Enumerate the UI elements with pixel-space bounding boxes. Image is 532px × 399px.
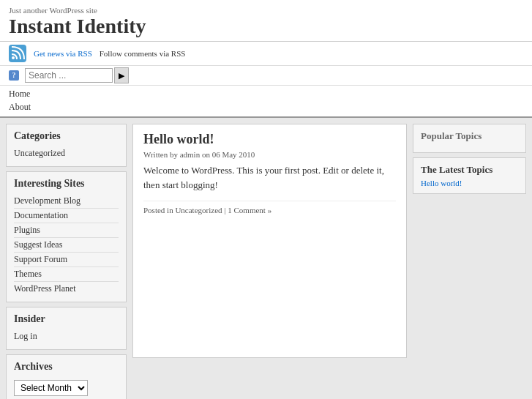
- list-item: Support Forum: [14, 253, 119, 267]
- list-item: Documentation: [14, 209, 119, 223]
- site-title: Instant Identity: [9, 15, 523, 38]
- categories-list: Uncategorized: [14, 146, 119, 160]
- site-link-suggest[interactable]: Suggest Ideas: [14, 239, 62, 250]
- svg-point-1: [12, 56, 15, 59]
- insider-title: Insider: [14, 313, 119, 325]
- list-item: WordPress Planet: [14, 282, 119, 296]
- site-link-support[interactable]: Support Forum: [14, 254, 67, 264]
- site-link-docs[interactable]: Documentation: [14, 210, 68, 220]
- posted-in-label: Posted in: [143, 206, 173, 215]
- categories-title: Categories: [14, 130, 119, 142]
- list-item: Themes: [14, 267, 119, 282]
- site-link-devblog[interactable]: Development Blog: [14, 195, 80, 206]
- category-link-uncategorized[interactable]: Uncategorized: [14, 148, 65, 158]
- archives-title: Archives: [14, 361, 119, 373]
- list-item: Log in: [14, 329, 119, 343]
- help-button[interactable]: ?: [9, 70, 19, 81]
- latest-topics-item: Hello world!: [421, 179, 518, 187]
- archives-select[interactable]: Select Month: [14, 380, 88, 396]
- nav-home-link[interactable]: Home: [9, 87, 523, 100]
- nav-search-bar: ? ▶: [0, 66, 532, 86]
- login-link[interactable]: Log in: [14, 331, 37, 341]
- post-category-link[interactable]: Uncategorized: [175, 206, 222, 215]
- rss-icon: [9, 45, 26, 62]
- rss-news-link[interactable]: Get news via RSS: [34, 49, 92, 58]
- main-wrapper: Categories Uncategorized Interesting Sit…: [0, 118, 532, 399]
- post-meta: Written by admin on 06 May 2010: [143, 150, 396, 159]
- latest-topic-link[interactable]: Hello world!: [421, 179, 462, 187]
- list-item: Development Blog: [14, 194, 119, 209]
- post-comment-link[interactable]: 1 Comment »: [228, 206, 271, 215]
- post-footer: Posted in Uncategorized | 1 Comment »: [143, 201, 396, 215]
- latest-topics-title: The Latest Topics: [421, 164, 518, 176]
- insider-list: Log in: [14, 329, 119, 343]
- popular-topics-title: Popular Topics: [421, 130, 518, 142]
- post-footer-separator: |: [224, 206, 225, 215]
- top-nav: Home About: [0, 86, 532, 118]
- left-sidebar: Categories Uncategorized Interesting Sit…: [6, 124, 127, 399]
- site-header: Just another WordPress site Instant Iden…: [0, 0, 532, 42]
- list-item: Plugins: [14, 223, 119, 238]
- site-link-wp-planet[interactable]: WordPress Planet: [14, 283, 76, 294]
- interesting-sites-widget: Interesting Sites Development Blog Docum…: [6, 171, 127, 302]
- latest-topics-widget: The Latest Topics Hello world!: [413, 157, 526, 194]
- interesting-sites-title: Interesting Sites: [14, 178, 119, 190]
- search-form: ▶: [25, 67, 129, 83]
- site-tagline: Just another WordPress site: [9, 6, 523, 15]
- nav-about-link[interactable]: About: [9, 100, 523, 113]
- categories-widget: Categories Uncategorized: [6, 124, 127, 167]
- main-content: Hello world! Written by admin on 06 May …: [132, 124, 407, 358]
- archives-widget: Archives Select Month: [6, 354, 127, 399]
- post-content: Welcome to WordPress. This is your first…: [143, 163, 396, 192]
- list-item: Uncategorized: [14, 146, 119, 160]
- insider-widget: Insider Log in: [6, 307, 127, 350]
- interesting-sites-list: Development Blog Documentation Plugins S…: [14, 194, 119, 296]
- right-sidebar: Popular Topics The Latest Topics Hello w…: [413, 124, 526, 194]
- rss-bar: Get news via RSS Follow comments via RSS: [0, 42, 532, 66]
- site-link-themes[interactable]: Themes: [14, 269, 42, 279]
- list-item: Suggest Ideas: [14, 238, 119, 253]
- rss-follow-label: Follow comments via RSS: [100, 49, 186, 58]
- search-input[interactable]: [25, 68, 113, 83]
- site-link-plugins[interactable]: Plugins: [14, 225, 40, 235]
- post-title: Hello world!: [143, 132, 396, 147]
- search-button[interactable]: ▶: [114, 67, 129, 83]
- popular-topics-widget: Popular Topics: [413, 124, 526, 153]
